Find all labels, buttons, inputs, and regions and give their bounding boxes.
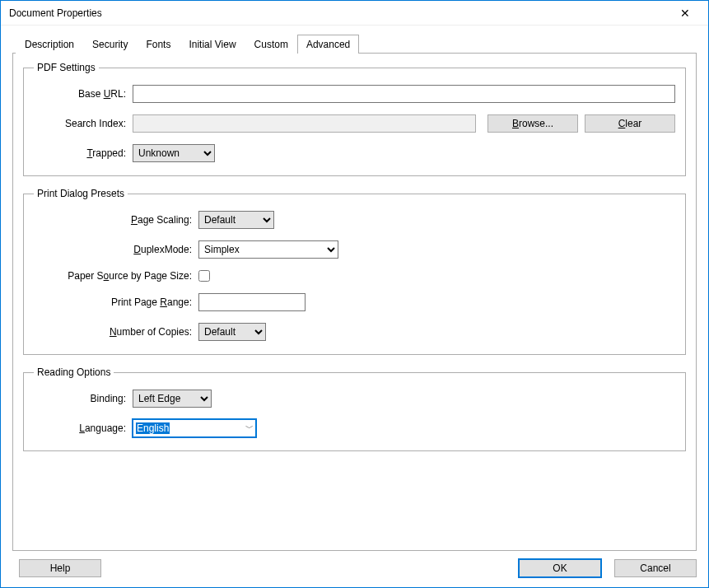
language-label: Language: bbox=[34, 422, 133, 434]
tab-panel-advanced: PDF Settings Base URL: Search Index: Bro… bbox=[12, 53, 697, 551]
window-title: Document Properties bbox=[9, 7, 669, 19]
search-index-label: Search Index: bbox=[34, 118, 133, 129]
print-page-range-label: Print Page Range: bbox=[34, 296, 198, 308]
titlebar: Document Properties ✕ bbox=[1, 1, 708, 26]
search-index-input bbox=[133, 114, 476, 133]
print-page-range-input[interactable] bbox=[198, 293, 306, 311]
tab-advanced[interactable]: Advanced bbox=[297, 35, 359, 54]
base-url-label: Base URL: bbox=[34, 88, 133, 100]
dialog-window: Document Properties ✕ Description Securi… bbox=[0, 0, 709, 588]
chevron-down-icon: ﹀ bbox=[240, 422, 254, 434]
reading-options-group: Reading Options Binding: Left Edge Langu… bbox=[23, 366, 686, 451]
ok-button[interactable]: OK bbox=[519, 559, 601, 577]
clear-button[interactable]: Clear bbox=[585, 114, 675, 133]
trapped-label: Trapped: bbox=[34, 147, 133, 159]
tab-initial-view[interactable]: Initial View bbox=[180, 35, 245, 54]
tab-custom[interactable]: Custom bbox=[245, 35, 297, 54]
tab-fonts[interactable]: Fonts bbox=[137, 35, 180, 54]
browse-button[interactable]: Browse... bbox=[487, 114, 578, 133]
close-icon[interactable]: ✕ bbox=[669, 2, 702, 25]
paper-source-label: Paper Source by Page Size: bbox=[34, 270, 198, 282]
print-presets-group: Print Dialog Presets Page Scaling: Defau… bbox=[23, 188, 686, 355]
help-button[interactable]: Help bbox=[19, 559, 101, 577]
pdf-settings-group: PDF Settings Base URL: Search Index: Bro… bbox=[23, 62, 686, 176]
reading-options-legend: Reading Options bbox=[34, 366, 114, 378]
duplex-mode-label: DuplexMode: bbox=[34, 244, 198, 255]
page-scaling-select[interactable]: Default bbox=[198, 211, 274, 229]
binding-label: Binding: bbox=[34, 393, 133, 404]
base-url-input[interactable] bbox=[133, 85, 675, 103]
trapped-select[interactable]: Unknown bbox=[133, 144, 215, 162]
duplex-mode-select[interactable]: Simplex bbox=[198, 240, 338, 259]
dialog-body: Description Security Fonts Initial View … bbox=[1, 26, 708, 551]
number-of-copies-label: Number of Copies: bbox=[34, 326, 198, 338]
print-presets-legend: Print Dialog Presets bbox=[34, 188, 128, 199]
paper-source-checkbox[interactable] bbox=[198, 270, 210, 282]
number-of-copies-select[interactable]: Default bbox=[198, 323, 266, 341]
language-value: English bbox=[136, 422, 170, 434]
language-select[interactable]: English ﹀ bbox=[133, 419, 256, 437]
tab-strip: Description Security Fonts Initial View … bbox=[16, 34, 697, 53]
tab-description[interactable]: Description bbox=[16, 35, 83, 54]
footer-spacer bbox=[108, 559, 506, 577]
dialog-footer: Help OK Cancel bbox=[1, 551, 708, 587]
page-scaling-label: Page Scaling: bbox=[34, 214, 198, 226]
tab-security[interactable]: Security bbox=[83, 35, 137, 54]
binding-select[interactable]: Left Edge bbox=[133, 390, 212, 408]
cancel-button[interactable]: Cancel bbox=[614, 559, 697, 577]
pdf-settings-legend: PDF Settings bbox=[34, 62, 99, 73]
